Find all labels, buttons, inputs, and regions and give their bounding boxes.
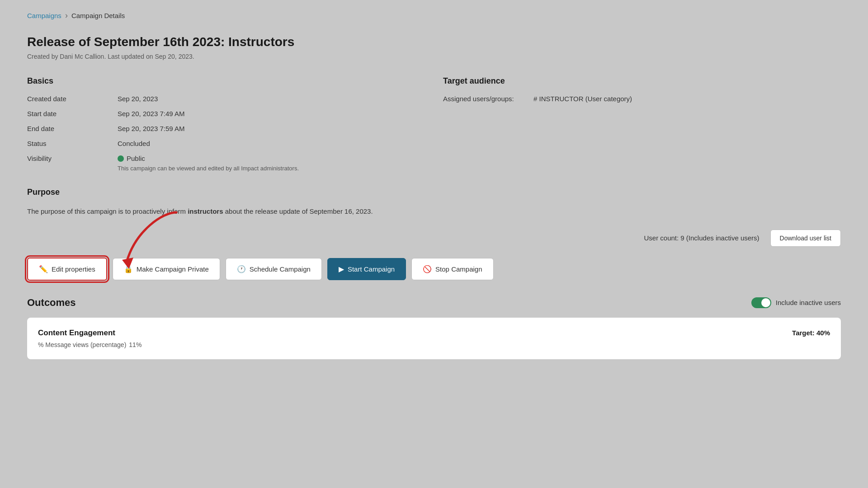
created-date-value: Sep 20, 2023 bbox=[118, 95, 425, 103]
toggle-knob bbox=[761, 298, 770, 307]
content-engagement-card: Content Engagement Target: 40% % Message… bbox=[27, 318, 841, 359]
user-count-text: User count: 9 (Includes inactive users) bbox=[644, 234, 759, 242]
play-icon: ▶ bbox=[339, 265, 344, 273]
metric-label: % Message views (percentage) 11% bbox=[38, 341, 830, 348]
created-date-label: Created date bbox=[27, 95, 118, 103]
visibility-desc: This campaign can be viewed and edited b… bbox=[118, 164, 425, 173]
page-title: Release of September 16th 2023: Instruct… bbox=[27, 35, 841, 49]
basics-info-table: Created date Sep 20, 2023 Start date Sep… bbox=[27, 95, 425, 173]
start-date-value: Sep 20, 2023 7:49 AM bbox=[118, 110, 425, 117]
user-count-row: User count: 9 (Includes inactive users) … bbox=[27, 230, 841, 247]
clock-icon: 🕐 bbox=[237, 265, 246, 273]
start-label: Start Campaign bbox=[348, 265, 395, 273]
outcomes-title: Outcomes bbox=[27, 297, 76, 309]
content-engagement-title: Content Engagement bbox=[38, 328, 115, 338]
breadcrumb: Campaigns › Campaign Details bbox=[27, 11, 841, 20]
stop-campaign-button[interactable]: 🚫 Stop Campaign bbox=[411, 258, 493, 280]
visibility-label: Visibility bbox=[27, 155, 118, 173]
stop-icon: 🚫 bbox=[423, 265, 432, 273]
visibility-value: Public This campaign can be viewed and e… bbox=[118, 155, 425, 173]
end-date-value: Sep 20, 2023 7:59 AM bbox=[118, 125, 425, 132]
make-campaign-private-button[interactable]: 🔒 Make Campaign Private bbox=[113, 258, 220, 280]
download-user-list-button[interactable]: Download user list bbox=[770, 230, 841, 247]
breadcrumb-current: Campaign Details bbox=[71, 12, 125, 19]
actions-row: ✏️ Edit properties 🔒 Make Campaign Priva… bbox=[27, 258, 841, 281]
purpose-text: The purpose of this campaign is to proac… bbox=[27, 206, 841, 217]
purpose-section: Purpose The purpose of this campaign is … bbox=[27, 188, 841, 217]
breadcrumb-campaigns-link[interactable]: Campaigns bbox=[27, 12, 61, 19]
start-date-label: Start date bbox=[27, 110, 118, 117]
purpose-text-after: about the release update of September 16… bbox=[223, 207, 373, 215]
content-engagement-header: Content Engagement Target: 40% bbox=[38, 328, 830, 338]
schedule-label: Schedule Campaign bbox=[250, 265, 311, 273]
lock-icon: 🔒 bbox=[124, 265, 133, 273]
visibility-public-text: Public bbox=[127, 155, 145, 162]
edit-properties-button[interactable]: ✏️ Edit properties bbox=[27, 258, 107, 281]
edit-icon: ✏️ bbox=[39, 265, 48, 273]
edit-properties-label: Edit properties bbox=[52, 265, 95, 273]
breadcrumb-separator: › bbox=[65, 11, 68, 20]
start-campaign-button[interactable]: ▶ Start Campaign bbox=[327, 258, 406, 280]
purpose-text-before: The purpose of this campaign is to proac… bbox=[27, 207, 188, 215]
target-audience-section-title: Target audience bbox=[443, 76, 841, 86]
target-text: Target: 40% bbox=[792, 329, 830, 337]
assigned-label: Assigned users/groups: bbox=[443, 95, 533, 103]
assigned-value: # INSTRUCTOR (User category) bbox=[533, 95, 841, 103]
include-inactive-toggle[interactable] bbox=[751, 297, 771, 308]
visibility-dot bbox=[118, 155, 124, 162]
purpose-section-title: Purpose bbox=[27, 188, 841, 197]
actions-container: ✏️ Edit properties 🔒 Make Campaign Priva… bbox=[27, 258, 841, 281]
target-audience-info: Assigned users/groups: # INSTRUCTOR (Use… bbox=[443, 95, 841, 103]
basics-section-title: Basics bbox=[27, 76, 425, 86]
page-subtitle: Created by Dani Mc Callion. Last updated… bbox=[27, 53, 841, 60]
status-label: Status bbox=[27, 140, 118, 147]
toggle-row: Include inactive users bbox=[751, 297, 841, 308]
end-date-label: End date bbox=[27, 125, 118, 132]
toggle-label: Include inactive users bbox=[776, 299, 841, 306]
metric-label-text: % Message views (percentage) bbox=[38, 341, 126, 348]
outcomes-header: Outcomes Include inactive users bbox=[27, 297, 841, 309]
stop-label: Stop Campaign bbox=[435, 265, 482, 273]
metric-value: 11% bbox=[129, 341, 142, 348]
purpose-text-bold: instructors bbox=[188, 207, 223, 215]
schedule-campaign-button[interactable]: 🕐 Schedule Campaign bbox=[226, 258, 322, 280]
make-private-label: Make Campaign Private bbox=[137, 265, 209, 273]
status-value: Concluded bbox=[118, 140, 425, 147]
